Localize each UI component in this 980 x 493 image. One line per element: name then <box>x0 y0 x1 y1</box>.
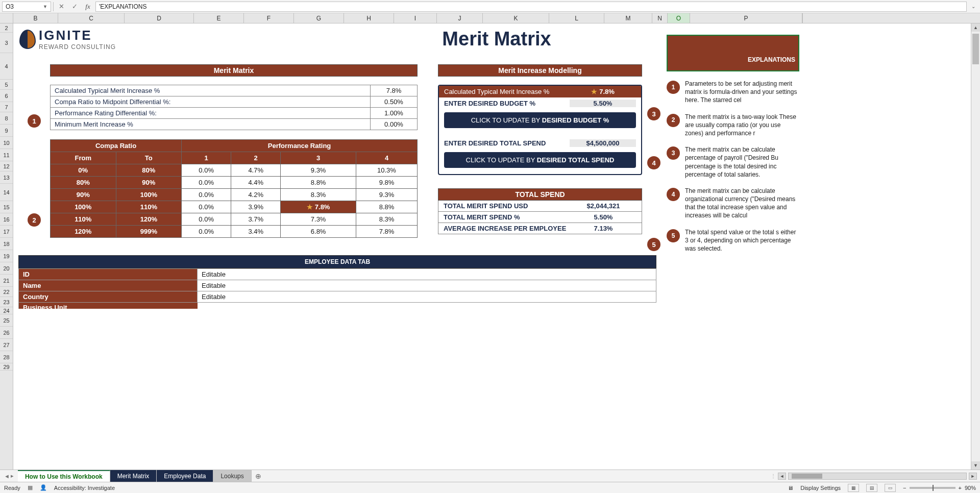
col-header-H[interactable]: H <box>344 13 394 23</box>
scroll-up-icon[interactable]: ▲ <box>971 23 980 32</box>
enter-icon[interactable]: ✓ <box>69 2 80 12</box>
cells-area[interactable]: IGNITE REWARD CONSULTING Merit Matrix Me… <box>13 23 980 470</box>
worksheet-grid[interactable]: 2345678910111213141516171819202122232425… <box>0 23 980 470</box>
macro-icon[interactable]: ▦ <box>28 484 33 491</box>
hscroll-track[interactable] <box>788 473 967 480</box>
scroll-down-icon[interactable]: ▼ <box>971 461 980 470</box>
status-display[interactable]: Display Settings <box>800 485 841 491</box>
col-header-E[interactable]: E <box>194 13 244 23</box>
row-header-19[interactable]: 19 <box>0 250 13 262</box>
row-header-4[interactable]: 4 <box>0 53 13 80</box>
sheet-tab[interactable]: Merit Matrix <box>110 470 157 482</box>
row-header-18[interactable]: 18 <box>0 238 13 250</box>
row-header-26[interactable]: 26 <box>0 327 13 339</box>
tab-split-icon[interactable]: ⋮ <box>771 473 776 479</box>
model-spend-input[interactable]: $4,500,000 <box>570 139 636 147</box>
sheet-tab[interactable]: How to Use this Workbook <box>18 470 110 482</box>
row-header-15[interactable]: 15 <box>0 201 13 213</box>
row-header-8[interactable]: 8 <box>0 112 13 125</box>
row-header-24[interactable]: 24 <box>0 307 13 314</box>
select-all-corner[interactable] <box>0 13 13 23</box>
row-header-12[interactable]: 12 <box>0 161 13 171</box>
row-header-11[interactable]: 11 <box>0 149 13 161</box>
update-spend-button[interactable]: CLICK TO UPDATE BY DESIRED TOTAL SPEND <box>444 152 636 168</box>
zoom-out-icon[interactable]: − <box>903 485 906 491</box>
hscroll-right-icon[interactable]: ► <box>969 473 977 480</box>
display-settings-icon[interactable]: 🖥 <box>788 485 793 491</box>
row-header-25[interactable]: 25 <box>0 314 13 327</box>
vscroll-thumb[interactable] <box>972 34 979 64</box>
row-header-21[interactable]: 21 <box>0 275 13 287</box>
tab-nav: ◄ ▸ <box>0 470 18 482</box>
param-value[interactable]: 0.50% <box>371 96 418 108</box>
row-header-3[interactable]: 3 <box>0 33 13 53</box>
col-header-F[interactable]: F <box>244 13 294 23</box>
col-header-P[interactable]: P <box>690 13 802 23</box>
row-header-20[interactable]: 20 <box>0 262 13 275</box>
param-value[interactable]: 1.00% <box>371 108 418 119</box>
cancel-icon[interactable]: ✕ <box>56 2 67 12</box>
emp-value[interactable]: Editable <box>198 269 656 280</box>
zoom-value[interactable]: 90% <box>965 485 976 491</box>
row-header-6[interactable]: 6 <box>0 90 13 102</box>
col-header-J[interactable]: J <box>437 13 483 23</box>
emp-value[interactable]: Editable <box>198 280 656 291</box>
view-layout-icon[interactable]: ▤ <box>866 484 877 492</box>
sheet-tab[interactable]: Employee Data <box>157 470 213 482</box>
col-header-L[interactable]: L <box>549 13 604 23</box>
row-header-22[interactable]: 22 <box>0 287 13 297</box>
col-header-M[interactable]: M <box>604 13 652 23</box>
col-header-C[interactable]: C <box>58 13 125 23</box>
row-header-29[interactable]: 29 <box>0 363 13 371</box>
mm-p2: 2 <box>231 152 281 164</box>
horizontal-scrollbar[interactable]: ⋮ ◄ ► <box>265 470 980 482</box>
col-header-I[interactable]: I <box>394 13 437 23</box>
zoom-in-icon[interactable]: + <box>959 485 962 491</box>
update-budget-button[interactable]: CLICK TO UPDATE BY DESIRED BUDGET % <box>444 112 636 128</box>
hscroll-thumb[interactable] <box>792 474 822 479</box>
formula-input[interactable]: 'EXPLANATIONS <box>95 2 967 12</box>
fx-icon[interactable]: fx <box>82 2 93 12</box>
zoom-slider[interactable] <box>910 487 955 489</box>
sheet-tab[interactable]: Lookups <box>213 470 251 482</box>
row-header-13[interactable]: 13 <box>0 171 13 184</box>
mm-cell: 6.8% <box>281 226 356 238</box>
col-header-B[interactable]: B <box>13 13 58 23</box>
vscroll-track[interactable] <box>971 32 980 461</box>
row-header-10[interactable]: 10 <box>0 137 13 149</box>
col-header-O[interactable]: O <box>668 13 690 23</box>
mm-cell: 4.4% <box>231 177 281 189</box>
expand-formula-icon[interactable]: ⌄ <box>969 4 978 9</box>
view-normal-icon[interactable]: ▦ <box>848 484 859 492</box>
row-header-5[interactable]: 5 <box>0 80 13 90</box>
col-header-K[interactable]: K <box>483 13 549 23</box>
param-value[interactable]: 0.00% <box>371 119 418 130</box>
view-break-icon[interactable]: ▭ <box>885 484 896 492</box>
row-header-9[interactable]: 9 <box>0 125 13 137</box>
hscroll-left-icon[interactable]: ◄ <box>778 473 786 480</box>
col-header-D[interactable]: D <box>125 13 194 23</box>
col-header-G[interactable]: G <box>294 13 344 23</box>
tab-first-icon[interactable]: ◄ <box>4 473 10 479</box>
row-header-27[interactable]: 27 <box>0 339 13 351</box>
add-sheet-button[interactable]: ⊕ <box>252 470 265 482</box>
accessibility-icon[interactable]: 👤 <box>40 484 47 491</box>
emp-value[interactable]: Editable <box>198 291 656 303</box>
row-header-7[interactable]: 7 <box>0 102 13 112</box>
mm-cell: 7.8% <box>356 226 417 238</box>
col-header-N[interactable]: N <box>652 13 668 23</box>
row-header-14[interactable]: 14 <box>0 184 13 201</box>
row-header-17[interactable]: 17 <box>0 226 13 238</box>
row-header-28[interactable]: 28 <box>0 351 13 363</box>
merit-matrix-header: Merit Matrix <box>50 64 418 77</box>
row-header-23[interactable]: 23 <box>0 297 13 307</box>
model-budget-input[interactable]: 5.50% <box>570 100 636 107</box>
status-accessibility[interactable]: Accessibility: Investigate <box>54 485 115 491</box>
param-value[interactable]: 7.8% <box>371 85 418 96</box>
zoom-control[interactable]: − + 90% <box>903 485 976 491</box>
name-box[interactable]: O3 ▼ <box>2 2 51 12</box>
row-header-2[interactable]: 2 <box>0 23 13 33</box>
vertical-scrollbar[interactable]: ▲ ▼ <box>971 23 980 470</box>
row-header-16[interactable]: 16 <box>0 213 13 226</box>
tab-prev-icon[interactable]: ▸ <box>11 473 14 479</box>
